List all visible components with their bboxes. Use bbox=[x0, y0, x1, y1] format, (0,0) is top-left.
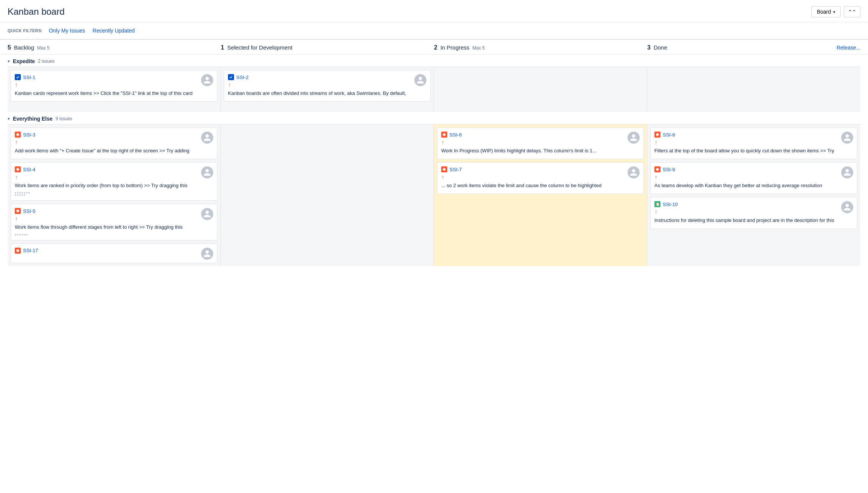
swimlane-expedite-header[interactable]: ▾ Expedite 2 issues bbox=[8, 54, 860, 67]
avatar-ssi17 bbox=[201, 248, 213, 260]
priority-icon-ssi9: ↑ bbox=[654, 174, 657, 181]
collapse-button[interactable]: ⌃⌃ bbox=[844, 6, 860, 17]
card-id-ssi3[interactable]: SSI-3 bbox=[23, 132, 36, 138]
bug-icon-ssi9 bbox=[654, 166, 660, 172]
card-id-ssi5[interactable]: SSI-5 bbox=[23, 208, 36, 214]
story-check-icon bbox=[15, 74, 21, 80]
everything-else-inprogress-col: SSI-6 ↑ Work In Progress (WIP) limits hi… bbox=[434, 124, 647, 266]
quick-filters: QUICK FILTERS: Only My Issues Recently U… bbox=[0, 22, 868, 40]
col-header-done: 3 Done Release... bbox=[647, 44, 860, 51]
inprogress-count: 2 bbox=[434, 44, 437, 51]
card-title-ssi4: Work items are ranked in priority order … bbox=[15, 182, 198, 189]
card-title-ssi6: Work In Progress (WIP) limits highlight … bbox=[441, 147, 625, 154]
card-ssi-6[interactable]: SSI-6 ↑ Work In Progress (WIP) limits hi… bbox=[437, 127, 644, 159]
card-title-ssi2: Kanban boards are often divided into str… bbox=[228, 90, 411, 97]
expedite-backlog-col: SSI-1 ↑ Kanban cards represent work item… bbox=[8, 67, 221, 112]
backlog-count: 5 bbox=[8, 44, 11, 51]
bug-icon-ssi3 bbox=[15, 132, 21, 138]
svg-point-5 bbox=[443, 168, 446, 171]
avatar-ssi2 bbox=[414, 74, 426, 86]
swimlane-everything-else-header[interactable]: ▾ Everything Else 9 issues bbox=[8, 112, 860, 124]
expedite-inprogress-col bbox=[434, 67, 647, 112]
inprogress-title: In Progress bbox=[440, 44, 470, 51]
swimlane-expedite: ▾ Expedite 2 issues bbox=[8, 54, 860, 112]
filter-only-my-issues[interactable]: Only My Issues bbox=[49, 28, 85, 34]
bug-icon-ssi17 bbox=[15, 248, 21, 254]
priority-icon-ssi10: ↑ bbox=[654, 209, 657, 215]
card-title-ssi1: Kanban cards represent work items >> Cli… bbox=[15, 90, 198, 97]
col-header-selected: 1 Selected for Development bbox=[221, 44, 434, 51]
avatar-ssi10 bbox=[841, 201, 853, 213]
swimlanes: ▾ Expedite 2 issues bbox=[0, 54, 868, 266]
svg-point-6 bbox=[656, 133, 659, 136]
filter-recently-updated[interactable]: Recently Updated bbox=[93, 28, 135, 34]
card-id-ssi1[interactable]: SSI-1 bbox=[23, 74, 36, 80]
avatar-ssi9 bbox=[841, 166, 853, 178]
chevron-down-icon: ▾ bbox=[833, 10, 835, 14]
card-ssi-2[interactable]: SSI-2 ↑ Kanban boards are often divided … bbox=[224, 70, 431, 102]
selected-title: Selected for Development bbox=[227, 44, 293, 51]
card-id-ssi8[interactable]: SSI-8 bbox=[663, 132, 675, 138]
board-label: Board bbox=[817, 9, 831, 15]
everything-else-backlog-col: SSI-3 ↑ Add work items with "+ Create Is… bbox=[8, 124, 221, 266]
card-ssi-3[interactable]: SSI-3 ↑ Add work items with "+ Create Is… bbox=[11, 127, 217, 159]
card-id-ssi6[interactable]: SSI-6 bbox=[450, 132, 462, 138]
card-ssi-9[interactable]: SSI-9 ↑ As teams develop with Kanban the… bbox=[650, 162, 857, 194]
card-title-ssi10: Instructions for deleting this sample bo… bbox=[654, 217, 838, 224]
selected-count: 1 bbox=[221, 44, 224, 51]
story-check-icon-ssi2 bbox=[228, 74, 234, 80]
bug-icon-ssi5 bbox=[15, 208, 21, 214]
everything-else-chevron-icon: ▾ bbox=[8, 116, 10, 121]
card-title-ssi9: As teams develop with Kanban they get be… bbox=[654, 182, 838, 189]
everything-else-count: 9 issues bbox=[56, 116, 72, 121]
card-title-ssi8: Filters at the top of the board allow yo… bbox=[654, 147, 838, 154]
card-title-ssi3: Add work items with "+ Create Issue" at … bbox=[15, 147, 198, 154]
drag-dots-ssi5 bbox=[15, 233, 30, 237]
card-id-ssi9[interactable]: SSI-9 bbox=[663, 167, 675, 172]
card-title-ssi5: Work items flow through different stages… bbox=[15, 224, 198, 231]
everything-else-done-col: SSI-8 ↑ Filters at the top of the board … bbox=[647, 124, 860, 266]
quick-filters-label: QUICK FILTERS: bbox=[8, 28, 43, 33]
everything-else-selected-col bbox=[221, 124, 434, 266]
avatar-ssi1 bbox=[201, 74, 213, 86]
book-icon-ssi10: 📋 bbox=[654, 201, 660, 207]
card-ssi-5[interactable]: SSI-5 ↑ Work items flow through differen… bbox=[11, 204, 217, 240]
svg-point-1 bbox=[17, 168, 19, 171]
col-header-backlog: 5 Backlog Max 5 bbox=[8, 44, 221, 51]
card-id-ssi17[interactable]: SSI-17 bbox=[23, 248, 38, 253]
top-bar-right: Board ▾ ⌃⌃ bbox=[811, 6, 860, 17]
board-container: 5 Backlog Max 5 1 Selected for Developme… bbox=[0, 40, 868, 266]
columns-header: 5 Backlog Max 5 1 Selected for Developme… bbox=[0, 40, 868, 54]
card-id-ssi10[interactable]: SSI-10 bbox=[663, 202, 678, 207]
svg-point-3 bbox=[17, 249, 19, 252]
expedite-done-col bbox=[647, 67, 860, 112]
svg-point-4 bbox=[443, 133, 446, 136]
expedite-name: Expedite bbox=[13, 58, 35, 64]
page-title: Kanban board bbox=[8, 6, 65, 17]
avatar-ssi8 bbox=[841, 132, 853, 144]
inprogress-max: Max 5 bbox=[473, 45, 485, 51]
bug-icon-ssi6 bbox=[441, 132, 447, 138]
card-ssi-10[interactable]: 📋 SSI-10 ↑ Instructions for deleting thi… bbox=[650, 197, 857, 229]
card-id-ssi2[interactable]: SSI-2 bbox=[236, 74, 249, 80]
card-ssi-7[interactable]: SSI-7 ↑ ... so 2 work items violate the … bbox=[437, 162, 644, 194]
card-ssi-17[interactable]: SSI-17 bbox=[11, 243, 217, 263]
board-button[interactable]: Board ▾ bbox=[811, 6, 841, 17]
svg-point-7 bbox=[656, 168, 659, 171]
expedite-chevron-icon: ▾ bbox=[8, 59, 10, 64]
card-ssi-1[interactable]: SSI-1 ↑ Kanban cards represent work item… bbox=[11, 70, 217, 102]
backlog-max: Max 5 bbox=[37, 45, 50, 51]
avatar-ssi7 bbox=[628, 166, 640, 178]
card-id-ssi7[interactable]: SSI-7 bbox=[450, 167, 462, 172]
priority-icon-ssi3: ↑ bbox=[15, 139, 18, 146]
card-ssi-4[interactable]: SSI-4 ↑ Work items are ranked in priorit… bbox=[11, 162, 217, 201]
priority-icon-ssi4: ↑ bbox=[15, 174, 18, 181]
release-link[interactable]: Release... bbox=[837, 45, 860, 51]
priority-icon-ssi8: ↑ bbox=[654, 139, 657, 146]
card-title-ssi7: ... so 2 work items violate the limit an… bbox=[441, 182, 625, 189]
everything-else-name: Everything Else bbox=[13, 116, 53, 122]
svg-point-0 bbox=[17, 133, 19, 136]
card-ssi-8[interactable]: SSI-8 ↑ Filters at the top of the board … bbox=[650, 127, 857, 159]
card-id-ssi4[interactable]: SSI-4 bbox=[23, 167, 36, 172]
expedite-selected-col: SSI-2 ↑ Kanban boards are often divided … bbox=[221, 67, 434, 112]
